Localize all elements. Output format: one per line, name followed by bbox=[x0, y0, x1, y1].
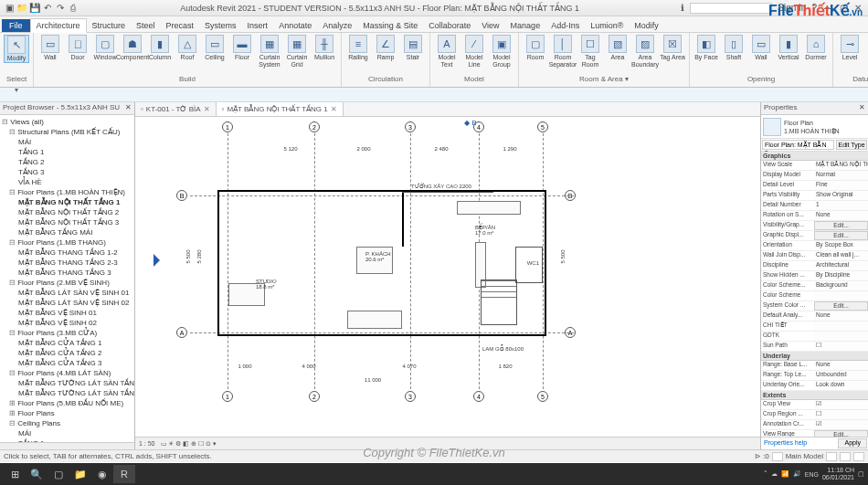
tree-node[interactable]: Floor Plans (1.MB HOÀN THIỆN) bbox=[2, 187, 132, 197]
main-model-label[interactable]: Main Model bbox=[786, 452, 823, 461]
status-icon[interactable] bbox=[772, 452, 783, 461]
property-row[interactable]: Sun Path☐ bbox=[761, 342, 868, 352]
ribbon-tab-collaborate[interactable]: Collaborate bbox=[423, 19, 476, 32]
tool-curtaingrid[interactable]: ▦Curtain Grid bbox=[284, 35, 310, 69]
wifi-icon[interactable]: 📶 bbox=[781, 470, 789, 478]
ribbon-tab-architecture[interactable]: Architecture bbox=[30, 18, 87, 33]
view-control-icons[interactable]: ▭ ☀ ⚙ ◧ ⊕ ☐ ⊙ ▾ bbox=[161, 440, 217, 448]
ribbon-tab-insert[interactable]: Insert bbox=[242, 19, 274, 32]
tool-room[interactable]: ▢Room bbox=[523, 35, 548, 61]
tree-node[interactable]: MẶT BẰNG TƯỜNG LÁT SÀN TẦNG 2 bbox=[2, 388, 132, 398]
tool-modify[interactable]: ↖Modify bbox=[4, 35, 29, 63]
ribbon-tab-precast[interactable]: Precast bbox=[161, 19, 200, 32]
tree-node[interactable]: TẦNG 1 bbox=[2, 147, 132, 157]
open-icon[interactable]: 📁 bbox=[16, 3, 27, 14]
tree-node[interactable]: MẶT BẰNG CỬA TẦNG 2 bbox=[2, 348, 132, 358]
tool-mullion[interactable]: ╫Mullion bbox=[312, 35, 337, 61]
tool-tagarea[interactable]: ☒Tag Area bbox=[660, 35, 685, 61]
tree-node[interactable]: MẶT BẰNG TẦNG MÁI bbox=[2, 227, 132, 237]
property-row[interactable]: Detail Number1 bbox=[761, 201, 868, 211]
notification-icon[interactable]: ▢ bbox=[858, 470, 864, 478]
tree-node[interactable]: MẶT BẰNG CỬA TẦNG 1 bbox=[2, 338, 132, 348]
property-row[interactable]: Range: Base L...None bbox=[761, 361, 868, 371]
ribbon-tab-annotate[interactable]: Annotate bbox=[273, 19, 317, 32]
tree-node[interactable]: Floor Plans (2.MB VỆ SINH) bbox=[2, 278, 132, 288]
property-row[interactable]: Annotation Cr...☑ bbox=[761, 420, 868, 430]
tool-level[interactable]: ⊸Level bbox=[837, 35, 863, 61]
property-row[interactable]: Crop View☑ bbox=[761, 400, 868, 410]
tree-node[interactable]: TẦNG 2 bbox=[2, 157, 132, 167]
ribbon-tab-lumion[interactable]: Lumion® bbox=[585, 19, 629, 32]
property-row[interactable]: Show Hidden ...By Discipline bbox=[761, 271, 868, 281]
tray-up-icon[interactable]: ˄ bbox=[764, 470, 767, 478]
task-view-icon[interactable]: ▢ bbox=[48, 465, 69, 483]
info-icon[interactable]: ℹ bbox=[681, 3, 684, 13]
status-icon[interactable] bbox=[826, 452, 837, 461]
tool-byface[interactable]: ◧By Face bbox=[693, 35, 719, 61]
tool-column[interactable]: ▮Column bbox=[147, 35, 173, 61]
redo-icon[interactable]: ↷ bbox=[55, 3, 66, 14]
lang-indicator[interactable]: ENG bbox=[805, 471, 819, 478]
tool-dormer[interactable]: ⌂Dormer bbox=[803, 35, 829, 61]
revit-icon[interactable]: R bbox=[113, 465, 135, 483]
property-row[interactable]: GDTK bbox=[761, 332, 868, 342]
tree-node[interactable]: MÁI bbox=[2, 428, 132, 438]
search-input[interactable] bbox=[690, 3, 772, 14]
tool-areaboundary[interactable]: ▨Area Boundary bbox=[632, 35, 658, 69]
tool-railing[interactable]: ≡Railing bbox=[345, 35, 371, 61]
tool-roomseparator[interactable]: │Room Separator bbox=[550, 35, 576, 69]
ribbon-tab-systems[interactable]: Systems bbox=[199, 19, 242, 32]
tree-node[interactable]: MẶT BẰNG NỘI THẤT TẦNG 1 bbox=[2, 197, 132, 207]
apply-button[interactable]: Apply bbox=[838, 438, 867, 448]
ribbon-tab-view[interactable]: View bbox=[476, 19, 504, 32]
file-tab[interactable]: File bbox=[2, 19, 30, 32]
tree-node[interactable]: Ceiling Plans bbox=[2, 418, 132, 428]
tool-ceiling[interactable]: ▭Ceiling bbox=[202, 35, 228, 61]
edit-type-button[interactable]: Edit Type bbox=[836, 140, 867, 150]
tree-node[interactable]: MẶT BẰNG NỘI THẤT TẦNG 2 bbox=[2, 207, 132, 217]
app-menu-icon[interactable]: ▣ bbox=[4, 3, 15, 14]
tool-area[interactable]: ▧Area bbox=[605, 35, 630, 61]
properties-type[interactable]: Floor Plan1.MB HOÀN THIỆN bbox=[761, 115, 868, 139]
tree-node[interactable]: MẶT BẰNG THANG TẦNG 1-2 bbox=[2, 248, 132, 258]
property-row[interactable]: View ScaleMẶT BẰNG NỘI THẤT TẦNG 1 bbox=[761, 161, 868, 171]
print-icon[interactable]: ⎙ bbox=[68, 3, 79, 14]
tool-modeltext[interactable]: AModel Text bbox=[434, 35, 460, 69]
status-icon[interactable] bbox=[853, 452, 864, 461]
ribbon-tab-steel[interactable]: Steel bbox=[131, 19, 161, 32]
project-browser-tree[interactable]: Views (all)Structural Plans (MB KẾT CẤU)… bbox=[0, 115, 134, 442]
tool-curtainsystem[interactable]: ▦Curtain System bbox=[257, 35, 282, 69]
chrome-icon[interactable]: ◉ bbox=[91, 465, 113, 483]
tree-node[interactable]: MẶT BẰNG VỆ SINH 02 bbox=[2, 318, 132, 328]
tool-stair[interactable]: ▤Stair bbox=[400, 35, 426, 61]
properties-help-link[interactable]: Properties help bbox=[762, 438, 838, 448]
view-control-bar[interactable]: 1 : 50 ▭ ☀ ⚙ ◧ ⊕ ☐ ⊙ ▾ bbox=[135, 437, 760, 449]
tree-node[interactable]: TẦNG 3 bbox=[2, 167, 132, 177]
tree-node[interactable]: MẶT BẰNG TƯỜNG LÁT SÀN TẦNG 1 bbox=[2, 378, 132, 388]
ribbon-tab-addins[interactable]: Add-Ins bbox=[545, 19, 585, 32]
property-row[interactable]: System Color ...Edit... bbox=[761, 301, 868, 311]
tool-ramp[interactable]: ∠Ramp bbox=[373, 35, 398, 61]
property-row[interactable]: Detail LevelFine bbox=[761, 181, 868, 191]
tree-node[interactable]: VỈA HÈ bbox=[2, 177, 132, 187]
tree-node[interactable]: MẶT BẰNG VỆ SINH 01 bbox=[2, 308, 132, 318]
tree-node[interactable]: Floor Plans (1.MB THANG) bbox=[2, 237, 132, 248]
property-row[interactable]: Wall Join Disp...Clean all wall j... bbox=[761, 251, 868, 261]
tree-node[interactable]: MÁI bbox=[2, 137, 132, 147]
property-row[interactable]: Visibility/Grap...Edit... bbox=[761, 221, 868, 231]
search-icon[interactable]: 🔍 bbox=[26, 465, 48, 483]
tree-node[interactable]: Views (all) bbox=[2, 117, 132, 127]
tool-wall[interactable]: ▭Wall bbox=[37, 35, 63, 61]
tool-roof[interactable]: △Roof bbox=[175, 35, 200, 61]
properties-grid[interactable]: GraphicsView ScaleMẶT BẰNG NỘI THẤT TẦNG… bbox=[761, 152, 868, 437]
property-row[interactable]: Color Scheme...Background bbox=[761, 281, 868, 291]
clock[interactable]: 11:18 CH06/01/2021 bbox=[822, 467, 854, 481]
tree-node[interactable]: Floor Plans bbox=[2, 408, 132, 418]
explorer-icon[interactable]: 📁 bbox=[69, 465, 91, 483]
tool-grid[interactable]: ⊕Grid bbox=[864, 35, 868, 61]
view-scale[interactable]: 1 : 50 bbox=[139, 440, 155, 447]
tool-shaft[interactable]: ▯Shaft bbox=[721, 35, 746, 61]
property-row[interactable]: Display ModelNormal bbox=[761, 171, 868, 181]
tool-modelline[interactable]: ∕Model Line bbox=[461, 35, 487, 69]
tree-node[interactable]: MẶT BẰNG LÁT SÀN VỆ SINH 01 bbox=[2, 288, 132, 298]
